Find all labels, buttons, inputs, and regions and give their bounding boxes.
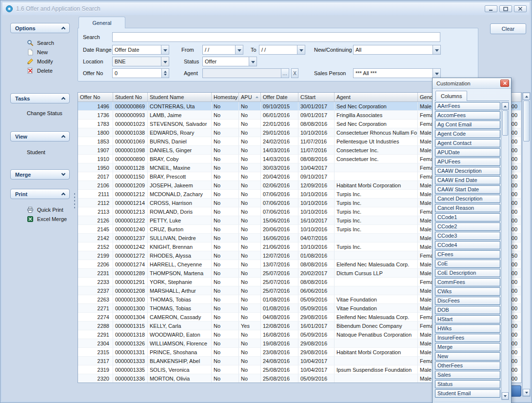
column-header-student_no[interactable]: Student No: [113, 93, 148, 101]
cell-offer_no: 2152: [78, 242, 113, 251]
minimize-button[interactable]: [485, 5, 497, 12]
clear-button[interactable]: Clear: [490, 23, 526, 34]
cell-cstart: 08/08/2016: [298, 155, 335, 163]
customization-column-item[interactable]: DOB: [435, 306, 500, 314]
merge-panel-header[interactable]: Merge: [10, 169, 70, 180]
view-panel-header[interactable]: View: [10, 131, 70, 141]
column-header-offer_no[interactable]: Offer No: [78, 93, 113, 101]
column-header-offer_date[interactable]: Offer Date: [261, 93, 298, 101]
chevron-up-icon: [61, 193, 65, 197]
grid-vscrollbar[interactable]: [522, 92, 531, 397]
customization-column-item[interactable]: APUFees: [435, 158, 500, 166]
cell-student_name: LAMB, Jaime: [148, 111, 212, 120]
sidebar-item-excel-merge[interactable]: Excel Merge: [4, 214, 76, 223]
spin-down-icon[interactable]: [164, 74, 167, 76]
sidebar-item-delete[interactable]: Delete: [4, 66, 76, 75]
scroll-thumb[interactable]: [523, 101, 530, 141]
offer-no-stepper[interactable]: 0: [112, 68, 169, 78]
customization-column-item[interactable]: HStart: [435, 315, 500, 323]
new-continuing-combo[interactable]: All: [353, 45, 441, 55]
column-header-student_name[interactable]: Student Name: [148, 93, 212, 101]
date-range-combo[interactable]: Offer Date: [112, 45, 169, 55]
customization-titlebar[interactable]: Customization: [433, 78, 511, 89]
agent-ellipsis-button[interactable]: …: [281, 69, 289, 78]
dropdown-icon[interactable]: [235, 45, 243, 54]
maximize-button[interactable]: [499, 5, 512, 12]
sidebar-item-student[interactable]: Student: [4, 147, 76, 157]
customization-column-item[interactable]: Status: [435, 380, 500, 388]
customization-column-item[interactable]: AccomFees: [435, 111, 500, 120]
customization-column-item[interactable]: CWks: [435, 287, 500, 296]
from-date-input[interactable]: / /: [202, 45, 243, 55]
customization-column-item[interactable]: HWks: [435, 324, 500, 333]
customization-column-item[interactable]: CCode4: [435, 241, 500, 249]
dropdown-icon[interactable]: [297, 45, 305, 54]
tab-general[interactable]: General: [79, 17, 125, 28]
customization-column-item[interactable]: CAAW End Date: [435, 176, 500, 184]
cell-apu: No: [239, 348, 261, 357]
tasks-panel-header[interactable]: Tasks: [10, 93, 70, 103]
customization-column-item[interactable]: APUDate: [435, 148, 500, 157]
agent-lookup-field[interactable]: …: [202, 68, 289, 78]
customization-column-item[interactable]: CommFees: [435, 278, 500, 286]
customization-column-item[interactable]: OtherFees: [435, 362, 500, 370]
customization-column-item[interactable]: Student Email: [435, 389, 500, 398]
customization-column-item[interactable]: Ag Cont Email: [435, 121, 500, 129]
to-date-input[interactable]: / /: [259, 45, 305, 55]
options-panel-header[interactable]: Options: [10, 23, 70, 33]
customization-column-item[interactable]: Agent Code: [435, 130, 500, 138]
customization-column-item[interactable]: CoE: [435, 260, 500, 268]
customization-column-item[interactable]: CFees: [435, 250, 500, 259]
column-header-apu[interactable]: APU: [239, 93, 261, 101]
cell-agent: Turpis Inc.: [335, 216, 418, 225]
customization-column-item[interactable]: New: [435, 352, 500, 361]
column-header-cstart[interactable]: CStart: [298, 93, 335, 101]
customization-column-item[interactable]: CoE Description: [435, 269, 500, 277]
column-header-homestay[interactable]: Homestay: [212, 93, 239, 101]
spin-buttons[interactable]: [161, 69, 169, 78]
customization-column-item[interactable]: CAAW Description: [435, 167, 500, 175]
customization-close-button[interactable]: [500, 80, 509, 87]
dropdown-icon[interactable]: [249, 57, 256, 66]
search-input[interactable]: [112, 32, 440, 42]
splitter-handle[interactable]: [73, 192, 76, 210]
column-header-agent[interactable]: Agent: [335, 93, 418, 101]
new-continuing-value: All: [354, 47, 433, 53]
customization-scroll-down-button[interactable]: [502, 392, 509, 400]
customization-column-item[interactable]: DiscFees: [435, 297, 500, 305]
print-panel-header[interactable]: Print: [10, 189, 70, 199]
customization-column-item[interactable]: CCode3: [435, 232, 500, 240]
scroll-down-button[interactable]: [523, 389, 530, 396]
tab-columns[interactable]: Columns: [435, 91, 467, 101]
location-combo[interactable]: BNE: [112, 57, 169, 66]
sidebar-item-new[interactable]: New: [4, 47, 76, 57]
customization-column-item[interactable]: Agent Contact: [435, 139, 500, 147]
status-combo[interactable]: Offer: [202, 57, 257, 66]
customization-scrollbar[interactable]: [501, 102, 509, 400]
customization-scroll-thumb[interactable]: [502, 110, 508, 136]
customization-column-item[interactable]: CCode2: [435, 222, 500, 231]
sales-person-combo[interactable]: *** All ***: [353, 68, 441, 78]
customization-column-item[interactable]: Sales: [435, 371, 500, 379]
dropdown-icon[interactable]: [161, 45, 169, 54]
customization-column-item[interactable]: Cancel Description: [435, 195, 500, 203]
customization-column-item[interactable]: InsureFees: [435, 334, 500, 342]
customization-column-item[interactable]: CCode1: [435, 213, 500, 222]
dropdown-icon[interactable]: [433, 45, 440, 54]
agent-clear-button[interactable]: X: [291, 68, 298, 78]
sidebar-item-quick-print[interactable]: Quick Print: [4, 205, 76, 214]
sidebar-item-modify[interactable]: Modify: [4, 57, 76, 66]
scroll-up-button[interactable]: [523, 93, 530, 100]
cell-student_name: THOMAS, Tobias: [148, 304, 212, 313]
customization-column-item[interactable]: Merge: [435, 343, 500, 351]
sidebar-item-change-status[interactable]: Change Status: [4, 108, 76, 118]
close-window-button[interactable]: [514, 5, 527, 12]
customization-column-item[interactable]: CAAW Start Date: [435, 185, 500, 194]
spin-up-icon[interactable]: [164, 71, 167, 73]
dropdown-icon[interactable]: [433, 69, 440, 78]
dropdown-icon[interactable]: [161, 57, 169, 66]
customization-column-item[interactable]: AArrFees: [435, 102, 500, 110]
customization-column-item[interactable]: Cancel Reason: [435, 204, 500, 212]
sidebar-item-search[interactable]: Search: [4, 38, 76, 47]
customization-scroll-up-button[interactable]: [502, 102, 509, 110]
